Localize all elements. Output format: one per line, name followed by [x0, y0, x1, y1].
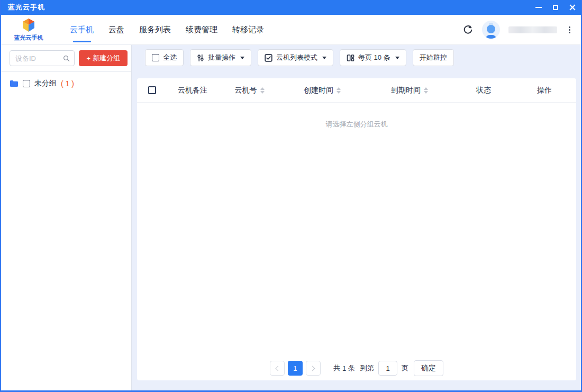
start-group-control-button[interactable]: 开始群控 [413, 49, 454, 66]
tab-label: 转移记录 [232, 25, 264, 35]
nav-right [462, 21, 581, 39]
refresh-icon [462, 24, 474, 35]
sidebar-toolbar: + 新建分组 [1, 50, 131, 66]
chevron-down-icon [395, 57, 399, 59]
column-remark: 云机备注 [166, 86, 219, 95]
user-avatar[interactable] [482, 21, 500, 39]
device-id-search-input[interactable] [15, 54, 63, 62]
column-label: 云机号 [235, 86, 257, 95]
device-table-card: 云机备注 云机号 创建时间 到期时间 状态 [137, 78, 576, 380]
app-logo: 蓝光云手机 [3, 17, 54, 42]
column-actions: 操作 [513, 86, 576, 95]
empty-state-text: 请选择左侧分组云机 [137, 120, 576, 129]
jump-prefix: 到第 [360, 363, 374, 373]
plus-icon: + [86, 54, 90, 62]
group-checkbox[interactable] [23, 80, 30, 87]
prev-page-button[interactable] [270, 361, 285, 376]
table-header: 云机备注 云机号 创建时间 到期时间 状态 [137, 78, 576, 103]
close-button[interactable] [564, 0, 581, 15]
group-name: 未分组 [34, 79, 57, 88]
tab-label: 续费管理 [186, 25, 217, 35]
group-item-ungrouped[interactable]: 未分组 ( 1 ) [1, 72, 131, 95]
table-body-spacer [137, 129, 576, 360]
group-count: ( 1 ) [61, 79, 74, 88]
pagination-summary: 共 1 条 到第 [333, 363, 374, 373]
chevron-right-icon [310, 366, 315, 371]
tab-service-list[interactable]: 服务列表 [132, 15, 178, 44]
nav-tabs: 云手机 云盘 服务列表 续费管理 转移记录 [62, 15, 271, 44]
select-all-label: 全选 [163, 53, 177, 62]
minimize-button[interactable] [530, 0, 547, 15]
nav-bar: 蓝光云手机 云手机 云盘 服务列表 续费管理 转移记录 [1, 15, 581, 45]
maximize-button[interactable] [547, 0, 564, 15]
new-group-button[interactable]: + 新建分组 [79, 50, 128, 66]
tab-cloud-phone[interactable]: 云手机 [62, 15, 101, 44]
layout-icon [347, 54, 354, 62]
sort-icon[interactable] [424, 87, 428, 94]
chevron-down-icon [322, 57, 326, 59]
kebab-icon [569, 26, 570, 28]
page-jump-input[interactable] [378, 361, 397, 376]
chevron-left-icon [275, 366, 280, 371]
list-mode-dropdown[interactable]: 云机列表模式 [258, 49, 333, 66]
new-group-label: 新建分组 [93, 53, 120, 63]
column-label: 操作 [537, 86, 552, 95]
select-all-button[interactable]: 全选 [145, 49, 184, 66]
confirm-page-button[interactable]: 确定 [414, 360, 443, 376]
more-menu-button[interactable] [566, 24, 574, 35]
tab-transfer-records[interactable]: 转移记录 [225, 15, 271, 44]
total-suffix: 条 [348, 363, 355, 373]
sort-icon[interactable] [260, 87, 265, 94]
maximize-icon [553, 5, 558, 10]
avatar-body [486, 35, 496, 39]
search-icon[interactable] [63, 54, 70, 62]
tab-renewal-management[interactable]: 续费管理 [178, 15, 225, 44]
next-page-button[interactable] [306, 361, 321, 376]
select-all-checkbox[interactable] [152, 54, 159, 61]
logo-text: 蓝光云手机 [14, 34, 43, 42]
batch-actions-label: 批量操作 [208, 53, 235, 62]
chevron-down-icon [240, 57, 244, 59]
column-label: 状态 [476, 86, 491, 95]
column-created-time: 创建时间 [280, 86, 365, 95]
sort-icon[interactable] [337, 87, 341, 94]
pagination: 1 共 1 条 到第 页 确定 [137, 360, 576, 376]
jump-suffix: 页 [402, 363, 408, 373]
minimize-icon [535, 7, 542, 8]
app-window: 蓝光云手机 蓝光云手机 云手机 云盘 服务列表 续费管理 转移记录 [0, 0, 582, 392]
total-count: 1 [342, 364, 346, 372]
tab-label: 云盘 [108, 25, 124, 35]
logo-cube-icon [20, 17, 37, 33]
column-label: 到期时间 [391, 86, 421, 95]
main-panel: 全选 批量操作 云机列 [132, 45, 581, 390]
column-label: 创建时间 [304, 86, 333, 95]
page-size-dropdown[interactable]: 每页 10 条 [340, 49, 406, 66]
device-search-box [10, 50, 75, 66]
sidebar: + 新建分组 未分组 ( 1 ) [1, 45, 132, 390]
username-redacted[interactable] [508, 26, 557, 33]
page-number-current[interactable]: 1 [288, 361, 303, 376]
page-size-label: 每页 10 条 [358, 53, 390, 62]
window-title: 蓝光云手机 [8, 3, 45, 12]
column-expire-time: 到期时间 [365, 86, 454, 95]
titlebar: 蓝光云手机 [1, 0, 581, 15]
checked-box-icon [265, 54, 272, 62]
tab-cloud-disk[interactable]: 云盘 [101, 15, 132, 44]
avatar-head [487, 25, 495, 33]
main-toolbar: 全选 批量操作 云机列 [137, 45, 576, 78]
content-area: + 新建分组 未分组 ( 1 ) 全选 [1, 45, 581, 390]
sliders-icon [197, 54, 204, 62]
batch-actions-dropdown[interactable]: 批量操作 [190, 49, 251, 66]
total-prefix: 共 [333, 363, 340, 373]
refresh-button[interactable] [462, 24, 474, 35]
column-status: 状态 [454, 86, 513, 95]
column-label: 云机备注 [178, 86, 207, 95]
select-page-checkbox[interactable] [148, 86, 156, 94]
column-device-number: 云机号 [219, 86, 280, 95]
header-checkbox-cell [137, 86, 166, 94]
folder-icon [10, 80, 19, 87]
tab-label: 云手机 [70, 25, 94, 35]
start-group-control-label: 开始群控 [420, 53, 447, 62]
tab-label: 服务列表 [139, 25, 171, 35]
close-icon [569, 4, 576, 11]
